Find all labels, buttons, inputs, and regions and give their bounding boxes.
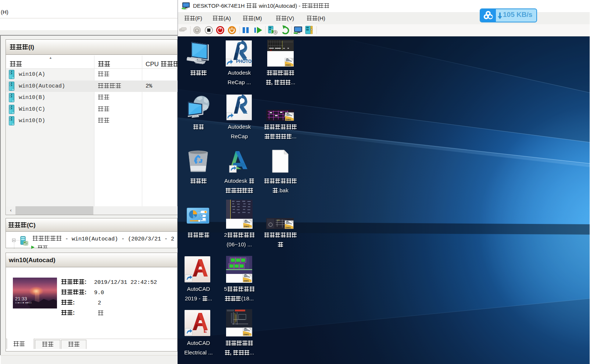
svg-text:E: E xyxy=(204,328,207,334)
svg-text:PHOTO: PHOTO xyxy=(236,59,251,64)
svg-text:VX: VX xyxy=(277,219,280,221)
